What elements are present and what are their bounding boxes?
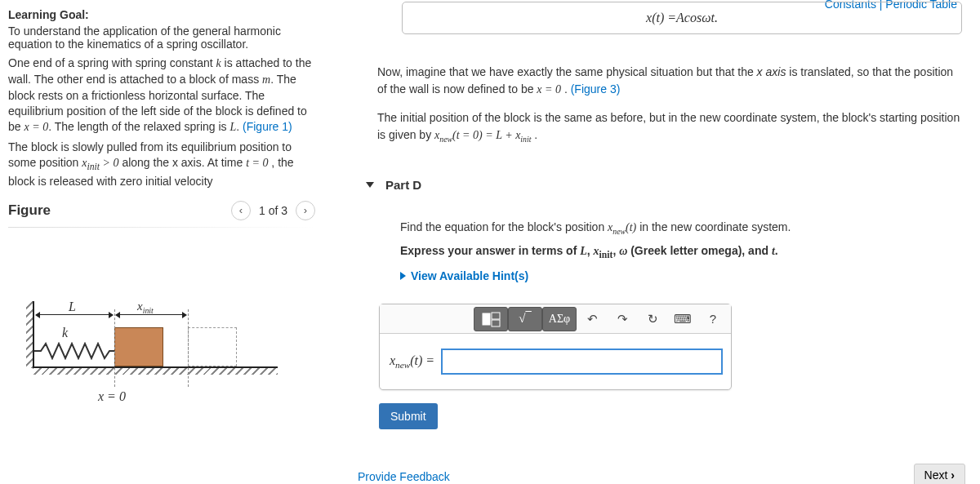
answer-label: xnew(t) = bbox=[390, 353, 434, 370]
figure-navigation: ‹ 1 of 3 › bbox=[231, 201, 315, 220]
help-button[interactable]: ? bbox=[698, 307, 728, 331]
figure-nav-label: 1 of 3 bbox=[254, 204, 292, 217]
provide-feedback-link[interactable]: Provide Feedback bbox=[358, 470, 450, 483]
problem-paragraph-1: One end of a spring with spring constant… bbox=[8, 56, 315, 135]
template-button[interactable] bbox=[474, 307, 508, 331]
greek-letters-button[interactable]: ΑΣφ bbox=[542, 307, 577, 331]
learning-goal-text: To understand the application of the gen… bbox=[8, 24, 315, 51]
svg-rect-0 bbox=[483, 313, 490, 325]
keyboard-button[interactable]: ⌨ bbox=[668, 307, 697, 331]
submit-button[interactable]: Submit bbox=[379, 403, 438, 429]
express-instructions: Express your answer in terms of L, xinit… bbox=[400, 242, 956, 262]
equation-toolbar: √ ΑΣφ ↶ ↷ ↻ ⌨ ? bbox=[380, 304, 731, 334]
previous-answer-box: x(t) = A cos ωt. bbox=[402, 2, 962, 34]
figure-diagram: L xinit k x = 0 bbox=[33, 285, 278, 415]
answer-input[interactable] bbox=[441, 349, 723, 375]
redo-button[interactable]: ↷ bbox=[608, 307, 637, 331]
collapse-icon bbox=[366, 182, 374, 188]
figure-3-link[interactable]: (Figure 3) bbox=[571, 82, 621, 95]
figure-1-link[interactable]: (Figure 1) bbox=[243, 120, 292, 133]
part-d-title: Part D bbox=[385, 178, 421, 192]
sqrt-button[interactable]: √ bbox=[508, 307, 542, 331]
figure-prev-button[interactable]: ‹ bbox=[231, 201, 251, 220]
part-d-question: Find the equation for the block's positi… bbox=[400, 219, 956, 238]
view-hints-link[interactable]: View Available Hint(s) bbox=[400, 268, 528, 285]
next-button[interactable]: Next› bbox=[914, 464, 965, 484]
figure-title: Figure bbox=[8, 202, 51, 219]
svg-rect-2 bbox=[492, 320, 500, 326]
chevron-right-icon: › bbox=[951, 468, 955, 482]
reset-button[interactable]: ↻ bbox=[638, 307, 667, 331]
learning-goal-label: Learning Goal: bbox=[8, 8, 89, 21]
svg-rect-1 bbox=[492, 313, 500, 319]
expand-icon bbox=[400, 272, 406, 280]
instruction-text: Now, imagine that we have exactly the sa… bbox=[377, 64, 965, 145]
part-d-header[interactable]: Part D bbox=[366, 178, 421, 192]
problem-paragraph-2: The block is slowly pulled from its equi… bbox=[8, 140, 315, 189]
answer-panel: √ ΑΣφ ↶ ↷ ↻ ⌨ ? xnew(t) = bbox=[379, 304, 732, 390]
figure-next-button[interactable]: › bbox=[296, 201, 315, 220]
undo-button[interactable]: ↶ bbox=[577, 307, 607, 331]
